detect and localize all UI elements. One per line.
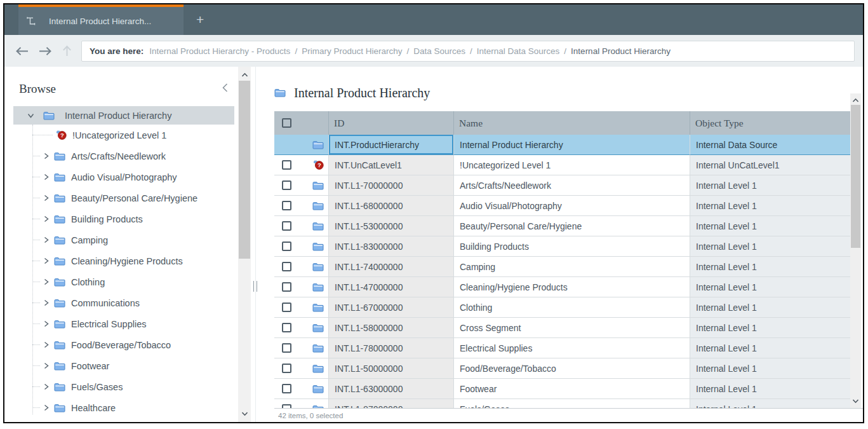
table-row[interactable]: INT.L1-63000000FootwearInternal Level 1	[274, 379, 856, 399]
tree-item[interactable]: Footwear	[13, 355, 234, 376]
tree-item[interactable]: Electrical Supplies	[13, 313, 234, 334]
breadcrumb-link[interactable]: Internal Data Sources	[477, 46, 560, 56]
scroll-up-icon[interactable]	[238, 70, 251, 80]
forward-button[interactable]	[38, 46, 53, 57]
row-checkbox[interactable]	[282, 262, 291, 271]
name-cell: Clothing	[453, 297, 690, 318]
row-checkbox[interactable]	[282, 242, 291, 251]
tree-item[interactable]: Cleaning/Hygiene Products	[13, 250, 234, 271]
expand-icon[interactable]	[43, 362, 50, 369]
breadcrumb-link[interactable]: Data Sources	[413, 46, 465, 56]
row-checkbox[interactable]	[282, 384, 291, 393]
table-row[interactable]: INT.L1-70000000Arts/Crafts/NeedleworkInt…	[274, 175, 856, 196]
tree-item-root[interactable]: Internal Product Hierarchy	[13, 106, 234, 125]
expand-icon[interactable]	[43, 215, 50, 222]
sidebar-scrollbar-thumb[interactable]	[239, 81, 250, 259]
column-header-id[interactable]: ID	[328, 111, 453, 135]
collapse-icon[interactable]	[27, 112, 34, 119]
table-row[interactable]: INT.L1-53000000Beauty/Personal Care/Hygi…	[274, 216, 856, 236]
scroll-down-icon[interactable]	[238, 409, 251, 419]
table-row[interactable]: INT.L1-74000000CampingInternal Level 1	[274, 257, 856, 277]
row-select-cell	[274, 297, 328, 318]
row-checkbox[interactable]	[282, 364, 291, 373]
up-button[interactable]	[62, 44, 72, 57]
tree-item[interactable]: Building Products	[13, 208, 234, 229]
scroll-up-icon[interactable]	[850, 95, 861, 106]
expand-icon[interactable]	[43, 404, 50, 411]
table-row[interactable]: INT.L1-58000000Cross SegmentInternal Lev…	[274, 318, 856, 338]
tree-connector	[32, 386, 40, 387]
expand-icon[interactable]	[43, 257, 50, 264]
row-checkbox[interactable]	[282, 221, 291, 231]
table-scrollbar-thumb[interactable]	[851, 105, 860, 248]
expand-icon[interactable]	[43, 174, 50, 180]
row-checkbox[interactable]	[282, 343, 291, 353]
tree-item-label: Cleaning/Hygiene Products	[71, 256, 183, 266]
table-scrollbar[interactable]	[850, 93, 861, 408]
tree-item[interactable]: Food/Beverage/Tobacco	[13, 334, 234, 355]
tree-item[interactable]: Beauty/Personal Care/Hygiene	[13, 187, 234, 208]
expand-icon[interactable]	[43, 320, 50, 327]
expand-icon[interactable]	[43, 299, 50, 306]
tree-item[interactable]: Healthcare	[13, 397, 234, 418]
tab-bar: Internal Product Hierarch... +	[4, 4, 863, 35]
row-select-cell	[274, 318, 328, 338]
breadcrumb-link[interactable]: Primary Product Hierarchy	[302, 46, 402, 56]
table-row[interactable]: INT.L1-47000000Cleaning/Hygiene Products…	[274, 277, 856, 297]
table-row[interactable]: INT.L1-78000000Electrical SuppliesIntern…	[274, 338, 856, 358]
collapse-panel-button[interactable]	[221, 83, 229, 95]
expand-icon[interactable]	[43, 153, 50, 160]
tree-item[interactable]: Clothing	[13, 271, 234, 292]
back-button[interactable]	[15, 46, 29, 57]
tree-item[interactable]: Audio Visual/Photography	[13, 167, 234, 187]
row-checkbox[interactable]	[282, 160, 291, 170]
row-select-cell	[274, 358, 328, 379]
object-type-cell: Internal Level 1	[690, 277, 856, 297]
row-checkbox[interactable]	[282, 282, 291, 292]
table-body: INT.ProductHierarchyInternal Product Hie…	[274, 135, 856, 408]
row-checkbox[interactable]	[282, 323, 291, 332]
expand-icon[interactable]	[43, 194, 50, 201]
table-row[interactable]: INT.L1-67000000ClothingInternal Level 1	[274, 297, 856, 318]
name-cell: Beauty/Personal Care/Hygiene	[453, 216, 690, 236]
status-text: 42 items, 0 selected	[278, 412, 343, 419]
row-checkbox[interactable]	[282, 303, 291, 312]
object-type-cell: Internal Level 1	[690, 338, 856, 358]
expand-icon[interactable]	[43, 236, 50, 243]
scroll-down-icon[interactable]	[850, 396, 861, 406]
row-checkbox[interactable]	[282, 201, 291, 210]
row-checkbox[interactable]	[282, 180, 291, 190]
expand-icon[interactable]	[43, 383, 50, 390]
select-all-checkbox[interactable]	[282, 118, 291, 128]
navigation-toolbar: You are here: Internal Product Hierarchy…	[4, 35, 863, 67]
content-area: Browse Internal Product Hierarchy?!Uncat…	[4, 67, 863, 422]
tree-item[interactable]: Fuels/Gases	[13, 376, 234, 397]
name-cell: Internal Product Hierarchy	[453, 135, 690, 155]
breadcrumb-separator: /	[564, 46, 566, 56]
id-cell: INT.L1-78000000	[328, 338, 453, 358]
column-header-name[interactable]: Name	[453, 111, 690, 135]
tree-item-label: Beauty/Personal Care/Hygiene	[71, 193, 197, 203]
application-window: Internal Product Hierarch... + You are h…	[3, 3, 864, 423]
table-row[interactable]: INT.L1-87000000Fuels/GasesInternal Level…	[274, 399, 856, 408]
tab-internal-product-hierarchy[interactable]: Internal Product Hierarch...	[18, 4, 184, 35]
new-tab-button[interactable]: +	[184, 4, 217, 35]
table-row[interactable]: INT.ProductHierarchyInternal Product Hie…	[274, 135, 856, 155]
tree-item[interactable]: Arts/Crafts/Needlework	[13, 146, 234, 167]
tree-item[interactable]: ?!Uncategorized Level 1	[13, 125, 234, 146]
breadcrumb-link[interactable]: Internal Product Hierarchy - Products	[149, 46, 290, 56]
table-viewport: ID Name Object Type INT.ProductHierarchy…	[274, 111, 856, 408]
table-row[interactable]: ?INT.UnCatLevel1!Uncategorized Level 1In…	[274, 155, 856, 175]
table-row[interactable]: INT.L1-50000000Food/Beverage/TobaccoInte…	[274, 358, 856, 379]
tree-item[interactable]: Camping	[13, 229, 234, 250]
folder-icon	[312, 181, 324, 190]
sidebar-scrollbar[interactable]	[238, 67, 251, 422]
column-header-object-type[interactable]: Object Type	[690, 111, 856, 135]
expand-icon[interactable]	[43, 278, 50, 285]
expand-icon[interactable]	[43, 341, 50, 348]
tree-item[interactable]: Communications	[13, 292, 234, 313]
splitter-handle[interactable]	[253, 281, 257, 292]
name-cell: Arts/Crafts/Needlework	[453, 175, 690, 196]
table-row[interactable]: INT.L1-68000000Audio Visual/PhotographyI…	[274, 196, 856, 216]
table-row[interactable]: INT.L1-83000000Building ProductsInternal…	[274, 236, 856, 257]
